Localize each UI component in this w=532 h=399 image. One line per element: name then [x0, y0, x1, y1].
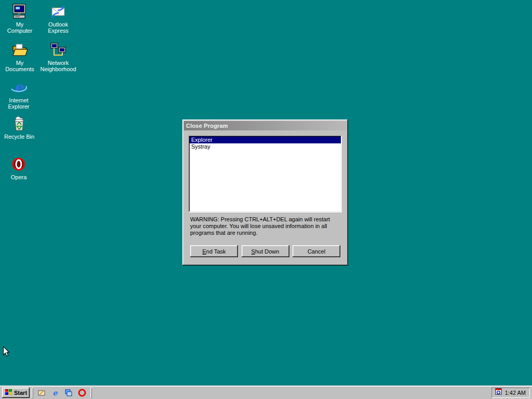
taskbar-divider[interactable] [32, 388, 33, 398]
desktop-icon-label: My Computer [3, 21, 36, 34]
network-neighborhood-icon [50, 42, 66, 58]
desktop-icon-network-neighborhood[interactable]: Network Neighborhood [42, 42, 75, 72]
close-program-dialog: Close Program ExplorerSystray WARNING: P… [182, 119, 348, 265]
start-button-label: Start [14, 390, 27, 396]
internet-explorer-icon[interactable]: e [50, 388, 60, 398]
shut-down-button[interactable]: Shut Down [242, 245, 289, 257]
desktop-icon-outlook-express[interactable]: Outlook Express [42, 3, 75, 34]
taskbar: Start e [0, 385, 532, 399]
my-documents-icon [11, 42, 28, 58]
desktop-icon-label: Outlook Express [42, 21, 75, 34]
end-task-button[interactable]: End Task [190, 245, 238, 257]
dialog-title: Close Program [186, 123, 228, 129]
svg-text:e: e [53, 389, 58, 397]
task-list-item[interactable]: Systray [190, 143, 341, 150]
desktop-icon-label: Recycle Bin [4, 134, 34, 140]
mouse-cursor [3, 346, 10, 359]
desktop: { "colors": { "desktop_background": "#00… [0, 0, 532, 399]
desktop-icon-recycle-bin[interactable]: Recycle Bin [3, 115, 36, 140]
internet-explorer-icon: e [10, 79, 27, 96]
tray-scheduler-icon[interactable] [495, 388, 502, 397]
desktop-icon-label: Internet Explorer [2, 97, 35, 110]
recycle-bin-icon [11, 115, 28, 132]
desktop-icon-label: Network Neighborhood [40, 60, 76, 72]
desktop-icon-label: Opera [11, 174, 27, 180]
opera-icon [10, 156, 27, 172]
task-list[interactable]: ExplorerSystray [189, 136, 342, 212]
my-computer-icon [11, 3, 28, 20]
desktop-icon-internet-explorer[interactable]: e Internet Explorer [2, 79, 35, 110]
warning-text: WARNING: Pressing CTRL+ALT+DEL again wil… [190, 216, 340, 236]
desktop-icon-opera[interactable]: Opera [2, 156, 35, 180]
desktop-icon-my-documents[interactable]: My Documents [3, 42, 36, 72]
svg-text:e: e [14, 79, 24, 95]
task-list-item[interactable]: Explorer [190, 137, 341, 143]
quick-launch-bar: e [35, 388, 88, 398]
outlook-express-icon [50, 3, 66, 20]
start-button[interactable]: Start [2, 388, 30, 398]
show-desktop-icon[interactable] [36, 388, 47, 398]
dialog-titlebar[interactable]: Close Program [184, 121, 347, 130]
taskbar-divider[interactable] [90, 388, 92, 398]
windows-logo-icon [5, 389, 12, 396]
system-tray: 1:42 AM [491, 388, 530, 398]
cancel-button[interactable]: Cancel [292, 245, 340, 257]
dialog-button-row: End Task Shut Down Cancel [190, 245, 340, 257]
channels-icon[interactable] [63, 388, 74, 398]
desktop-icon-label: My Documents [3, 60, 36, 72]
opera-icon[interactable] [77, 388, 87, 398]
clock: 1:42 AM [505, 390, 526, 396]
desktop-icon-my-computer[interactable]: My Computer [3, 3, 36, 34]
